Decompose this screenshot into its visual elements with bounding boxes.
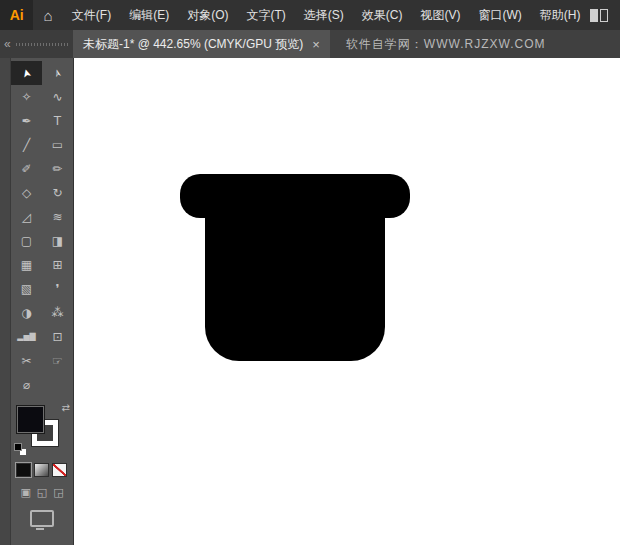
draw-behind-mode-icon[interactable]: ◱ (37, 487, 47, 498)
paintbrush-tool[interactable]: ✐ (11, 157, 42, 181)
selection-tool[interactable]: ➤ (11, 61, 42, 85)
eraser-tool[interactable]: ◇ (11, 181, 42, 205)
tools-panel: ➤➢✧∿✒T╱▭✐✏◇↻◿≋▢◨▦⊞▧❜◑⁂▂▅▇⊡✂☞⌀ ⇄ ▣◱◲ (11, 58, 74, 545)
layout-bar-icon (590, 9, 598, 22)
lasso-tool[interactable]: ∿ (42, 85, 73, 109)
gradient-tool[interactable]: ▧ (11, 277, 42, 301)
shape-builder-tool[interactable]: ◨ (42, 229, 73, 253)
workspace-layout-icon[interactable] (590, 9, 608, 22)
draw-normal-mode-icon[interactable]: ▣ (20, 487, 30, 498)
swap-fill-stroke-icon[interactable]: ⇄ (62, 403, 70, 413)
toolbar-drag-grip[interactable] (16, 43, 69, 46)
rotate-icon: ↻ (52, 187, 62, 199)
illustrator-window: Ai ⌂ 文件(F)编辑(E)对象(O)文字(T)选择(S)效果(C)视图(V)… (0, 0, 620, 545)
rounded-shape[interactable] (180, 174, 410, 361)
rectangle-icon: ▭ (52, 139, 63, 151)
menu-item-2[interactable]: 对象(O) (178, 0, 237, 30)
slice-tool[interactable]: ✂ (11, 349, 42, 373)
zoom-icon: ⌀ (23, 379, 30, 391)
pen-icon: ✒ (21, 115, 31, 127)
magic-wand-tool[interactable]: ✧ (11, 85, 42, 109)
perspective-grid-icon: ▦ (21, 259, 32, 271)
column-graph-icon: ▂▅▇ (17, 333, 35, 341)
menu-item-6[interactable]: 视图(V) (412, 0, 470, 30)
line-segment-tool[interactable]: ╱ (11, 133, 42, 157)
rotate-tool[interactable]: ↻ (42, 181, 73, 205)
type-icon: T (54, 115, 61, 127)
pen-tool[interactable]: ✒ (11, 109, 42, 133)
eyedropper-tool[interactable]: ❜ (42, 277, 73, 301)
hand-icon: ☞ (52, 355, 63, 367)
mesh-tool[interactable]: ⊞ (42, 253, 73, 277)
layout-bar-outline-icon (600, 9, 608, 22)
gradient-button[interactable] (34, 463, 49, 477)
screen-mode-icon[interactable] (30, 510, 54, 527)
fill-stroke-swatches: ⇄ (11, 403, 73, 459)
width-tool[interactable]: ≋ (42, 205, 73, 229)
selection-icon: ➤ (20, 67, 33, 79)
scale-icon: ◿ (22, 211, 31, 223)
menu-item-7[interactable]: 窗口(W) (470, 0, 531, 30)
collapse-panel-icon[interactable]: « (4, 38, 11, 50)
paint-style-buttons (11, 459, 73, 477)
shape-builder-icon: ◨ (52, 235, 63, 247)
default-fill-stroke-icon[interactable] (14, 443, 27, 456)
draw-inside-mode-icon[interactable]: ◲ (53, 487, 63, 498)
eraser-icon: ◇ (22, 187, 31, 199)
lasso-icon: ∿ (52, 91, 62, 103)
paintbrush-icon: ✐ (21, 163, 31, 175)
line-segment-icon: ╱ (23, 139, 30, 151)
direct-selection-tool[interactable]: ➢ (42, 61, 73, 85)
pencil-tool[interactable]: ✏ (42, 157, 73, 181)
default-fill-mini-icon (14, 443, 22, 451)
tabbar-right-text: 软件自学网：WWW.RJZXW.COM (330, 30, 620, 58)
menu-item-3[interactable]: 文字(T) (238, 0, 295, 30)
gradient-icon: ▧ (21, 283, 32, 295)
tool-grid: ➤➢✧∿✒T╱▭✐✏◇↻◿≋▢◨▦⊞▧❜◑⁂▂▅▇⊡✂☞⌀ (11, 58, 73, 397)
hand-tool[interactable]: ☞ (42, 349, 73, 373)
eyedropper-icon: ❜ (56, 283, 60, 295)
fill-swatch[interactable] (16, 405, 45, 434)
menu-list: 文件(F)编辑(E)对象(O)文字(T)选择(S)效果(C)视图(V)窗口(W)… (63, 0, 590, 30)
symbol-sprayer-tool[interactable]: ⁂ (42, 301, 73, 325)
menu-item-1[interactable]: 编辑(E) (120, 0, 178, 30)
menu-item-4[interactable]: 选择(S) (295, 0, 353, 30)
direct-selection-icon: ➢ (51, 67, 64, 79)
app-logo-text: Ai (10, 7, 24, 23)
document-tab[interactable]: 未标题-1* @ 442.65% (CMYK/GPU 预览) × (73, 30, 330, 58)
menubar: Ai ⌂ 文件(F)编辑(E)对象(O)文字(T)选择(S)效果(C)视图(V)… (0, 0, 620, 30)
menu-item-8[interactable]: 帮助(H) (531, 0, 590, 30)
rectangle-tool[interactable]: ▭ (42, 133, 73, 157)
document-tab-title: 未标题-1* @ 442.65% (CMYK/GPU 预览) (83, 36, 303, 53)
canvas[interactable] (74, 58, 620, 545)
app-logo: Ai (0, 0, 33, 30)
drawing-modes: ▣◱◲ (11, 477, 73, 498)
slice-icon: ✂ (21, 355, 31, 367)
perspective-grid-tool[interactable]: ▦ (11, 253, 42, 277)
free-transform-tool[interactable]: ▢ (11, 229, 42, 253)
column-graph-tool[interactable]: ▂▅▇ (11, 325, 42, 349)
type-tool[interactable]: T (42, 109, 73, 133)
color-button[interactable] (16, 463, 31, 477)
artboard-tool[interactable]: ⊡ (42, 325, 73, 349)
scale-tool[interactable]: ◿ (11, 205, 42, 229)
toolbar-dock-header: « (0, 30, 73, 58)
none-button[interactable] (52, 463, 67, 477)
blend-icon: ◑ (21, 307, 31, 319)
blend-tool[interactable]: ◑ (11, 301, 42, 325)
main-area: ➤➢✧∿✒T╱▭✐✏◇↻◿≋▢◨▦⊞▧❜◑⁂▂▅▇⊡✂☞⌀ ⇄ ▣◱◲ (0, 58, 620, 545)
artwork-layer (74, 58, 620, 545)
home-icon[interactable]: ⌂ (33, 7, 63, 24)
dock-strip[interactable] (0, 58, 11, 545)
magic-wand-icon: ✧ (21, 91, 31, 103)
menu-item-5[interactable]: 效果(C) (353, 0, 412, 30)
free-transform-icon: ▢ (21, 235, 32, 247)
symbol-sprayer-icon: ⁂ (52, 307, 64, 319)
zoom-tool[interactable]: ⌀ (11, 373, 42, 397)
tab-bar: « 未标题-1* @ 442.65% (CMYK/GPU 预览) × 软件自学网… (0, 30, 620, 58)
mesh-icon: ⊞ (52, 259, 62, 271)
menu-item-0[interactable]: 文件(F) (63, 0, 120, 30)
pencil-icon: ✏ (52, 163, 62, 175)
tab-close-icon[interactable]: × (312, 38, 320, 51)
artboard-icon: ⊡ (52, 331, 62, 343)
